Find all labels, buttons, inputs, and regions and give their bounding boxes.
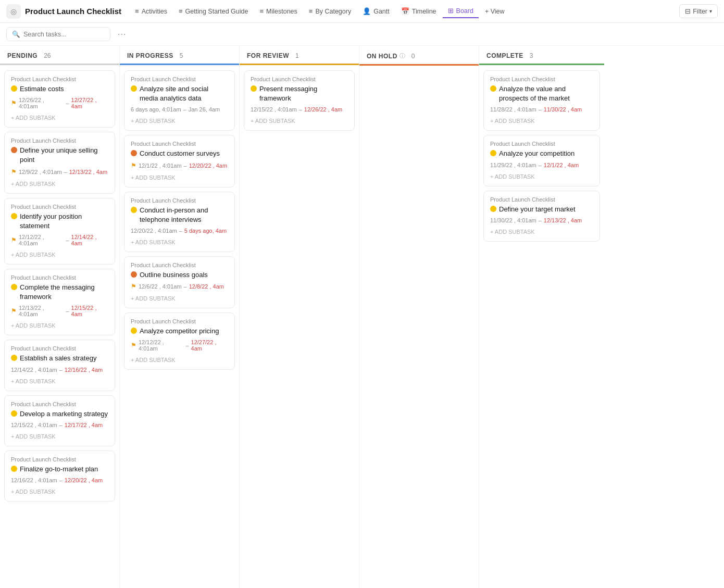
tab-getting-started[interactable]: ≡ Getting Started Guide <box>173 5 254 18</box>
task-card[interactable]: Product Launch ChecklistAnalyze competit… <box>124 312 235 370</box>
toolbar: 🔍 ··· <box>0 23 724 46</box>
info-icon[interactable]: ⓘ <box>400 52 405 60</box>
card-title-text: Complete the messaging framework <box>20 283 108 302</box>
card-dates: ⚑12/12/22 , 4:01am – 12/14/22 , 4am <box>11 234 108 246</box>
tab-by-category[interactable]: ≡ By Category <box>304 5 356 18</box>
card-dates: 12/15/22 , 4:01am – 12/26/22 , 4am <box>251 106 348 112</box>
add-subtask-button[interactable]: + ADD SUBTASK <box>490 228 593 236</box>
card-dates: 6 days ago, 4:01am – Jan 26, 4am <box>131 106 228 112</box>
add-subtask-button[interactable]: + ADD SUBTASK <box>11 377 108 385</box>
date-end: 12/26/22 , 4am <box>304 106 342 112</box>
add-subtask-button[interactable]: + ADD SUBTASK <box>131 117 228 125</box>
add-subtask-button[interactable]: + ADD SUBTASK <box>131 238 228 246</box>
card-project: Product Launch Checklist <box>11 76 108 82</box>
column-count-pending: 26 <box>44 52 51 59</box>
add-subtask-button[interactable]: + ADD SUBTASK <box>490 117 593 125</box>
add-subtask-button[interactable]: + ADD SUBTASK <box>490 172 593 181</box>
card-title-text: Finalize go-to-market plan <box>20 465 98 474</box>
card-title-text: Establish a sales strategy <box>20 354 96 363</box>
task-card[interactable]: Product Launch ChecklistDevelop a market… <box>4 395 115 446</box>
flag-icon: ⚑ <box>131 283 136 290</box>
flag-icon: ⚑ <box>11 99 17 107</box>
add-subtask-button[interactable]: + ADD SUBTASK <box>251 117 348 125</box>
nav-tabs: ≡ Activities ≡ Getting Started Guide ≡ M… <box>130 4 675 18</box>
column-header-on-hold: ON HOLDⓘ0 <box>359 46 479 66</box>
add-subtask-button[interactable]: + ADD SUBTASK <box>11 487 108 496</box>
card-title-text: Conduct customer surveys <box>140 149 220 158</box>
column-header-pending: PENDING26 <box>0 46 119 65</box>
date-separator: – <box>59 422 63 428</box>
task-card[interactable]: Product Launch ChecklistPresent messagin… <box>244 70 355 131</box>
task-card[interactable]: Product Launch ChecklistAnalyze site and… <box>124 70 235 131</box>
task-card[interactable]: Product Launch ChecklistDefine your targ… <box>483 191 600 242</box>
tab-activities[interactable]: ≡ Activities <box>130 5 172 18</box>
card-title-text: Outline business goals <box>140 270 208 280</box>
task-card[interactable]: Product Launch ChecklistComplete the mes… <box>4 269 115 335</box>
tab-board[interactable]: ⊞ Board <box>443 4 479 18</box>
task-card[interactable]: Product Launch ChecklistConduct in-perso… <box>124 192 235 252</box>
date-start: 12/16/22 , 4:01am <box>11 477 57 483</box>
milestones-icon: ≡ <box>259 7 264 15</box>
more-options-button[interactable]: ··· <box>115 29 129 40</box>
date-separator: – <box>66 100 69 106</box>
date-end: 12/1/22 , 4am <box>544 162 579 168</box>
card-project: Product Launch Checklist <box>11 456 108 462</box>
filter-icon: ⊟ <box>685 7 691 15</box>
status-dot <box>11 355 17 361</box>
status-dot <box>11 284 17 290</box>
date-separator: – <box>539 106 542 112</box>
date-end: 11/30/22 , 4am <box>544 106 582 112</box>
board-icon: ⊞ <box>448 7 454 15</box>
tab-milestones[interactable]: ≡ Milestones <box>254 5 302 18</box>
activities-icon: ≡ <box>135 7 139 15</box>
task-card[interactable]: Product Launch ChecklistDefine your uniq… <box>4 132 115 193</box>
add-subtask-button[interactable]: + ADD SUBTASK <box>11 114 108 122</box>
add-view-button[interactable]: + View <box>480 5 510 18</box>
column-title-complete: COMPLETE <box>486 52 523 59</box>
card-title-text: Conduct in-person and telephone intervie… <box>140 206 228 224</box>
tab-timeline[interactable]: 📅 Timeline <box>396 5 442 18</box>
search-box[interactable]: 🔍 <box>6 27 110 41</box>
card-project: Product Launch Checklist <box>490 76 593 82</box>
task-card[interactable]: Product Launch ChecklistFinalize go-to-m… <box>4 451 115 502</box>
task-card[interactable]: Product Launch ChecklistEstablish a sale… <box>4 340 115 391</box>
card-title-text: Develop a marketing strategy <box>20 409 108 419</box>
filter-button[interactable]: ⊟ Filter ▾ <box>679 4 718 18</box>
add-subtask-button[interactable]: + ADD SUBTASK <box>131 173 228 182</box>
card-dates: ⚑12/26/22 , 4:01am – 12/27/22 , 4am <box>11 97 108 109</box>
task-card[interactable]: Product Launch ChecklistOutline business… <box>124 256 235 308</box>
column-title-for-review: FOR REVIEW <box>247 52 289 59</box>
add-subtask-button[interactable]: + ADD SUBTASK <box>131 356 228 364</box>
card-title-text: Present messaging framework <box>259 84 348 103</box>
column-count-complete: 3 <box>530 52 533 59</box>
column-body-complete: Product Launch ChecklistAnalyze the valu… <box>479 65 604 588</box>
flag-icon: ⚑ <box>11 168 17 176</box>
date-separator: – <box>539 162 542 168</box>
task-card[interactable]: Product Launch ChecklistAnalyze the valu… <box>483 70 600 131</box>
add-subtask-button[interactable]: + ADD SUBTASK <box>11 432 108 441</box>
date-separator: – <box>184 162 187 169</box>
column-header-in-progress: IN PROGRESS5 <box>120 46 239 65</box>
date-separator: – <box>59 477 63 483</box>
card-dates: 11/28/22 , 4:01am – 11/30/22 , 4am <box>490 106 593 112</box>
task-card[interactable]: Product Launch ChecklistAnalyze your com… <box>483 135 600 186</box>
task-card[interactable]: Product Launch ChecklistIdentify your po… <box>4 198 115 265</box>
card-title-text: Analyze competitor pricing <box>140 327 219 336</box>
date-end: 12/20/22 , 4am <box>189 162 227 169</box>
card-dates: ⚑12/12/22 , 4:01am – 12/27/22 , 4am <box>131 339 228 352</box>
task-card[interactable]: Product Launch ChecklistEstimate costs⚑1… <box>4 70 115 128</box>
search-input[interactable] <box>23 31 105 38</box>
date-separator: – <box>299 106 302 112</box>
card-dates: 12/16/22 , 4:01am – 12/20/22 , 4am <box>11 477 108 483</box>
date-separator: – <box>59 367 63 373</box>
app-header: ◎ Product Launch Checklist ≡ Activities … <box>0 0 724 23</box>
add-subtask-button[interactable]: + ADD SUBTASK <box>11 180 108 188</box>
add-subtask-button[interactable]: + ADD SUBTASK <box>11 321 108 330</box>
task-card[interactable]: Product Launch ChecklistConduct customer… <box>124 135 235 187</box>
add-subtask-button[interactable]: + ADD SUBTASK <box>131 294 228 303</box>
app-logo: ◎ <box>6 4 21 19</box>
by-category-icon: ≡ <box>309 7 313 15</box>
tab-gantt[interactable]: 👤 Gantt <box>357 5 395 18</box>
column-body-in-progress: Product Launch ChecklistAnalyze site and… <box>120 65 239 588</box>
add-subtask-button[interactable]: + ADD SUBTASK <box>11 251 108 259</box>
